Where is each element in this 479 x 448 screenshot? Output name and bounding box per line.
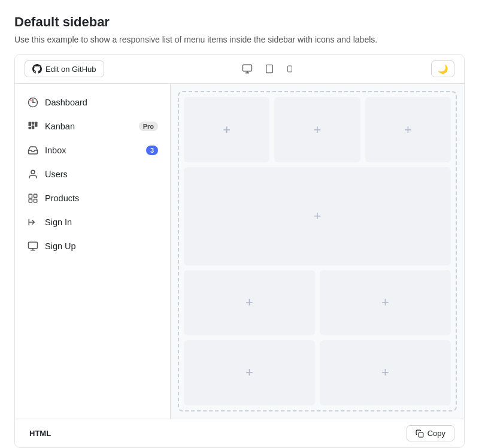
svg-point-8: [32, 102, 34, 103]
github-icon: [32, 64, 42, 74]
sidebar-item-dashboard-label: Dashboard: [45, 98, 158, 107]
tablet-icon: [265, 63, 274, 74]
sidebar-item-users-label: Users: [45, 169, 158, 179]
sidebar-item-signup[interactable]: Sign Up: [20, 235, 165, 258]
svg-rect-13: [32, 126, 35, 129]
dashboard-icon: [27, 96, 39, 108]
add-icon-3-2: +: [381, 295, 389, 310]
demo-card: Edit on GitHub: [14, 54, 465, 448]
tablet-view-button[interactable]: [262, 61, 277, 77]
page-title: Default sidebar: [14, 14, 465, 30]
signup-icon: [27, 240, 39, 252]
bottom-bar: HTML Copy: [15, 419, 464, 447]
svg-point-14: [31, 170, 35, 174]
sidebar-item-inbox[interactable]: Inbox 3: [20, 139, 165, 162]
desktop-view-button[interactable]: [240, 61, 255, 77]
sidebar: Dashboard Kanban Pro: [15, 84, 171, 419]
sidebar-item-signup-label: Sign Up: [45, 241, 158, 251]
add-icon-4-1: +: [245, 365, 253, 380]
mobile-icon: [286, 63, 293, 74]
sidebar-item-products[interactable]: Products: [20, 187, 165, 210]
desktop-icon: [242, 63, 253, 74]
signin-icon: [27, 216, 39, 228]
add-icon-2-1: +: [314, 208, 322, 224]
sidebar-item-dashboard[interactable]: Dashboard: [20, 91, 165, 114]
svg-rect-0: [242, 65, 251, 71]
sidebar-item-inbox-label: Inbox: [45, 146, 140, 155]
kanban-pro-badge: Pro: [139, 122, 158, 131]
users-icon: [27, 168, 39, 180]
add-icon-1-3: +: [404, 122, 412, 138]
products-icon: [27, 192, 39, 204]
sidebar-item-users[interactable]: Users: [20, 163, 165, 186]
demo-toolbar: Edit on GitHub: [15, 55, 464, 84]
edit-on-github-button[interactable]: Edit on GitHub: [25, 60, 104, 77]
sidebar-item-kanban-label: Kanban: [45, 122, 133, 131]
sidebar-item-signin-label: Sign In: [45, 217, 158, 227]
grid-cell-3-2[interactable]: +: [320, 270, 451, 335]
grid-cell-1-3[interactable]: +: [365, 97, 451, 162]
grid-cell-1-1[interactable]: +: [184, 97, 269, 162]
grid-cell-4-1[interactable]: +: [184, 340, 315, 405]
inbox-icon: [27, 144, 39, 156]
sidebar-item-products-label: Products: [45, 193, 158, 203]
grid-cell-1-2[interactable]: +: [274, 97, 360, 162]
svg-rect-9: [29, 122, 32, 126]
page-description: Use this example to show a responsive li…: [14, 35, 465, 44]
add-icon-3-1: +: [245, 295, 253, 310]
grid-row-4: + +: [184, 340, 451, 405]
svg-rect-16: [29, 199, 32, 202]
demo-body: Dashboard Kanban Pro: [15, 84, 464, 419]
github-button-label: Edit on GitHub: [46, 65, 96, 74]
toolbar-left: Edit on GitHub: [25, 60, 104, 77]
copy-button[interactable]: Copy: [407, 425, 454, 441]
svg-rect-21: [29, 242, 38, 249]
inbox-count-badge: 3: [146, 146, 158, 155]
copy-icon: [416, 429, 424, 438]
svg-rect-24: [419, 432, 423, 437]
svg-rect-15: [29, 194, 32, 198]
sidebar-item-signin[interactable]: Sign In: [20, 211, 165, 234]
page-container: Default sidebar Use this example to show…: [0, 0, 479, 448]
svg-rect-10: [32, 122, 35, 125]
grid-cell-2-1[interactable]: +: [184, 167, 451, 265]
svg-rect-17: [34, 194, 37, 197]
add-icon-4-2: +: [381, 365, 389, 380]
toolbar-center: [240, 61, 296, 77]
kanban-icon: [27, 120, 39, 132]
sidebar-item-kanban[interactable]: Kanban Pro: [20, 115, 165, 138]
add-icon-1-2: +: [314, 122, 322, 138]
svg-rect-3: [266, 65, 272, 72]
preview-grid: + + + +: [178, 91, 457, 411]
add-icon-1-1: +: [223, 122, 231, 138]
html-tab[interactable]: HTML: [25, 426, 56, 440]
svg-rect-18: [34, 199, 37, 202]
dark-mode-button[interactable]: 🌙: [431, 60, 454, 77]
mobile-view-button[interactable]: [284, 61, 296, 77]
svg-rect-12: [29, 127, 32, 129]
grid-cell-3-1[interactable]: +: [184, 270, 315, 335]
grid-row-1: + + +: [184, 97, 451, 162]
grid-cell-4-2[interactable]: +: [320, 340, 451, 405]
svg-rect-11: [35, 122, 38, 127]
copy-button-label: Copy: [428, 429, 445, 438]
grid-row-2: +: [184, 167, 451, 265]
toolbar-right: 🌙: [431, 60, 454, 77]
svg-rect-5: [287, 66, 292, 72]
grid-row-3: + +: [184, 270, 451, 335]
preview-area: + + + +: [171, 84, 464, 419]
